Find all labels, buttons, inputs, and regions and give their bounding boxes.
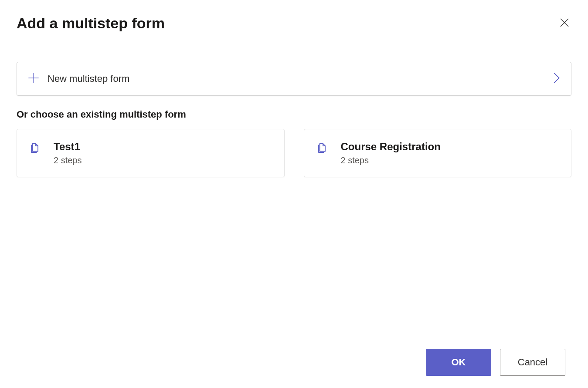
form-card-content: Test1 2 steps <box>54 141 82 165</box>
form-card[interactable]: Test1 2 steps <box>17 129 285 177</box>
form-card-title: Test1 <box>54 141 82 153</box>
chevron-right-icon <box>553 72 561 86</box>
new-multistep-form-button[interactable]: New multistep form <box>17 62 571 96</box>
new-form-left: New multistep form <box>27 72 129 86</box>
form-card-title: Course Registration <box>341 141 441 153</box>
dialog-title: Add a multistep form <box>17 15 165 32</box>
dialog-header: Add a multistep form <box>0 0 588 46</box>
existing-forms-subheading: Or choose an existing multistep form <box>17 109 571 120</box>
form-card-content: Course Registration 2 steps <box>341 141 441 165</box>
cancel-button[interactable]: Cancel <box>500 349 565 376</box>
multistep-form-icon <box>316 142 330 155</box>
new-form-label: New multistep form <box>48 73 129 84</box>
close-button[interactable] <box>557 17 571 30</box>
multistep-form-icon <box>29 142 42 155</box>
ok-button[interactable]: OK <box>426 349 491 376</box>
existing-forms-list: Test1 2 steps Course Registration 2 step… <box>17 129 571 177</box>
close-icon <box>559 17 570 30</box>
form-card-steps: 2 steps <box>341 155 441 165</box>
dialog-footer: OK Cancel <box>426 349 565 376</box>
plus-icon <box>27 72 40 86</box>
form-card-steps: 2 steps <box>54 155 82 165</box>
dialog-content: New multistep form Or choose an existing… <box>0 46 588 177</box>
form-card[interactable]: Course Registration 2 steps <box>304 129 572 177</box>
